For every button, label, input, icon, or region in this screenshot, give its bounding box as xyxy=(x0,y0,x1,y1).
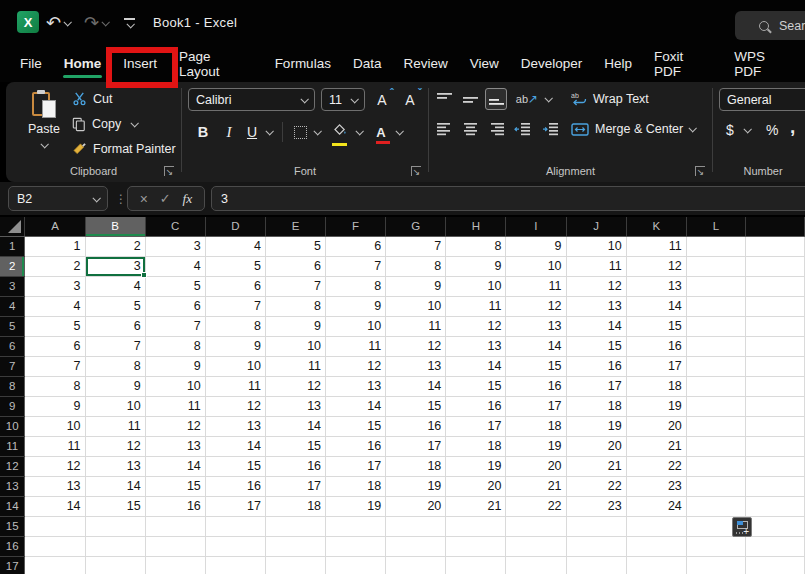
cell-A11[interactable]: 11 xyxy=(25,436,85,456)
cell-C8[interactable]: 10 xyxy=(145,376,205,396)
cell-L12[interactable] xyxy=(686,456,745,476)
cell-E17[interactable] xyxy=(265,556,325,574)
cell-B11[interactable]: 12 xyxy=(85,436,145,456)
cell-J3[interactable]: 12 xyxy=(566,276,626,296)
cell-E7[interactable]: 11 xyxy=(265,356,325,376)
insert-function-button[interactable]: fx xyxy=(182,191,192,207)
cell-E4[interactable]: 8 xyxy=(265,296,325,316)
column-header-L[interactable]: L xyxy=(686,217,745,236)
cell-H5[interactable]: 12 xyxy=(446,316,506,336)
column-header-K[interactable]: K xyxy=(626,217,686,236)
autofill-options-button[interactable]: + xyxy=(732,517,752,537)
redo-button[interactable]: ↷ xyxy=(84,0,108,45)
cell-J9[interactable]: 18 xyxy=(566,396,626,416)
cell-A2[interactable]: 2 xyxy=(25,256,85,276)
cell-I8[interactable]: 16 xyxy=(506,376,566,396)
cell-D4[interactable]: 7 xyxy=(205,296,265,316)
cell-I10[interactable]: 18 xyxy=(506,416,566,436)
cell-F11[interactable]: 16 xyxy=(326,436,386,456)
cell-I9[interactable]: 17 xyxy=(506,396,566,416)
cell-G16[interactable] xyxy=(386,536,446,556)
cell-G8[interactable]: 14 xyxy=(386,376,446,396)
tab-home[interactable]: Home xyxy=(53,45,113,82)
cell-G7[interactable]: 13 xyxy=(386,356,446,376)
cell-F9[interactable]: 14 xyxy=(326,396,386,416)
cell-B2[interactable]: 3 xyxy=(85,256,145,276)
cell-C1[interactable]: 3 xyxy=(145,236,205,256)
row-header-2[interactable]: 2 xyxy=(0,256,25,276)
cell-clipped5[interactable] xyxy=(745,316,804,336)
cell-F12[interactable]: 17 xyxy=(326,456,386,476)
row-header-11[interactable]: 11 xyxy=(0,436,25,456)
middle-align-button[interactable] xyxy=(459,88,481,110)
cell-G6[interactable]: 12 xyxy=(386,336,446,356)
currency-options-button[interactable] xyxy=(740,118,754,142)
select-all-corner[interactable] xyxy=(0,217,25,236)
chevron-down-icon[interactable] xyxy=(102,18,110,26)
copy-button[interactable]: Copy xyxy=(72,113,137,135)
cell-B8[interactable]: 9 xyxy=(85,376,145,396)
underline-options-button[interactable] xyxy=(262,120,276,144)
paste-button[interactable]: Paste xyxy=(20,86,68,164)
cell-K2[interactable]: 12 xyxy=(626,256,686,276)
row-header-3[interactable]: 3 xyxy=(0,276,25,296)
row-header-1[interactable]: 1 xyxy=(0,236,25,256)
tab-page-layout[interactable]: Page Layout xyxy=(168,45,264,82)
cell-K8[interactable]: 18 xyxy=(626,376,686,396)
cell-L17[interactable] xyxy=(686,556,745,574)
font-color-button[interactable]: A xyxy=(372,120,390,144)
alignment-dialog-launcher[interactable]: ↘ xyxy=(695,166,705,176)
cell-G13[interactable]: 19 xyxy=(386,476,446,496)
cell-I3[interactable]: 11 xyxy=(506,276,566,296)
cell-A10[interactable]: 10 xyxy=(25,416,85,436)
orientation-button[interactable]: ab↗ xyxy=(513,88,541,110)
cell-F17[interactable] xyxy=(326,556,386,574)
cell-D11[interactable]: 14 xyxy=(205,436,265,456)
cell-F3[interactable]: 8 xyxy=(326,276,386,296)
increase-indent-button[interactable] xyxy=(539,118,561,140)
cell-D14[interactable]: 17 xyxy=(205,496,265,516)
cell-D16[interactable] xyxy=(205,536,265,556)
tab-file[interactable]: File xyxy=(9,45,53,82)
cell-E6[interactable]: 10 xyxy=(265,336,325,356)
name-box[interactable]: B2 xyxy=(8,186,108,211)
cell-C3[interactable]: 5 xyxy=(145,276,205,296)
row-header-7[interactable]: 7 xyxy=(0,356,25,376)
cell-A12[interactable]: 12 xyxy=(25,456,85,476)
cell-clipped8[interactable] xyxy=(745,376,804,396)
cell-G15[interactable] xyxy=(386,516,446,536)
cell-E8[interactable]: 12 xyxy=(265,376,325,396)
cell-K17[interactable] xyxy=(626,556,686,574)
cell-L10[interactable] xyxy=(686,416,745,436)
row-header-9[interactable]: 9 xyxy=(0,396,25,416)
cell-E10[interactable]: 14 xyxy=(265,416,325,436)
cell-C14[interactable]: 16 xyxy=(145,496,205,516)
cell-H16[interactable] xyxy=(446,536,506,556)
bold-button[interactable]: B xyxy=(192,120,214,144)
cell-H12[interactable]: 19 xyxy=(446,456,506,476)
cell-E1[interactable]: 5 xyxy=(265,236,325,256)
cell-A6[interactable]: 6 xyxy=(25,336,85,356)
cell-B9[interactable]: 10 xyxy=(85,396,145,416)
cell-A9[interactable]: 9 xyxy=(25,396,85,416)
cell-H17[interactable] xyxy=(446,556,506,574)
cell-E15[interactable] xyxy=(265,516,325,536)
cell-F8[interactable]: 13 xyxy=(326,376,386,396)
column-header-C[interactable]: C xyxy=(145,217,205,236)
cell-B6[interactable]: 7 xyxy=(85,336,145,356)
tab-data[interactable]: Data xyxy=(342,45,393,82)
fill-handle[interactable] xyxy=(141,272,147,278)
cell-F10[interactable]: 15 xyxy=(326,416,386,436)
cell-D8[interactable]: 11 xyxy=(205,376,265,396)
cell-D9[interactable]: 12 xyxy=(205,396,265,416)
cell-J12[interactable]: 21 xyxy=(566,456,626,476)
cell-J10[interactable]: 19 xyxy=(566,416,626,436)
decrease-font-size-button[interactable]: Aˇ xyxy=(398,88,422,112)
align-left-button[interactable] xyxy=(433,118,455,140)
cell-F13[interactable]: 18 xyxy=(326,476,386,496)
undo-button[interactable]: ↶ xyxy=(46,0,70,45)
tab-developer[interactable]: Developer xyxy=(510,45,594,82)
cell-C16[interactable] xyxy=(145,536,205,556)
cell-J16[interactable] xyxy=(566,536,626,556)
cell-F2[interactable]: 7 xyxy=(326,256,386,276)
